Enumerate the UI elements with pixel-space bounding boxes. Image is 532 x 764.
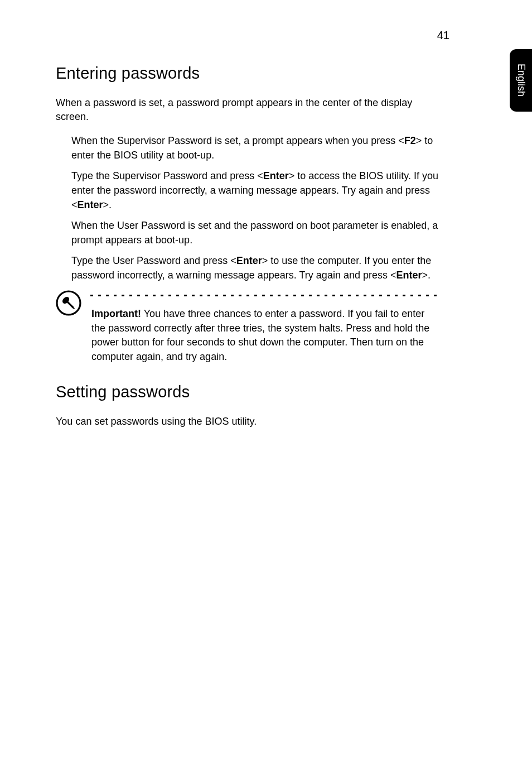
bullet-text: Type the User Password and press <: [71, 255, 236, 266]
note-body: You have three chances to enter a passwo…: [91, 308, 429, 362]
dotted-divider: [90, 292, 441, 298]
bullet-item: Type the Supervisor Password and press <…: [71, 169, 441, 212]
bullet-text: When the User Password is set and the pa…: [71, 220, 438, 246]
section-heading-entering: Entering passwords: [56, 64, 441, 83]
key-label: Enter: [236, 255, 262, 266]
bullet-item: When the User Password is set and the pa…: [71, 219, 441, 247]
bullet-list: When the Supervisor Password is set, a p…: [56, 134, 441, 282]
language-tab: English: [510, 49, 532, 112]
page-number: 41: [437, 29, 449, 42]
bullet-item: When the Supervisor Password is set, a p…: [71, 134, 441, 162]
key-label: Enter: [263, 170, 289, 181]
bullet-text: Type the Supervisor Password and press <: [71, 170, 263, 181]
key-label: F2: [404, 135, 416, 146]
section-heading-setting: Setting passwords: [56, 383, 441, 401]
note-text: Important! You have three chances to ent…: [90, 307, 441, 364]
note-content: Important! You have three chances to ent…: [90, 289, 441, 364]
bullet-item: Type the User Password and press <Enter>…: [71, 254, 441, 282]
section-setting: Setting passwords You can set passwords …: [56, 383, 441, 429]
pin-icon: [56, 290, 81, 316]
page-content: Entering passwords When a password is se…: [56, 64, 441, 439]
svg-rect-2: [66, 301, 74, 309]
section2-intro: You can set passwords using the BIOS uti…: [56, 415, 441, 429]
key-label: Enter: [78, 199, 103, 210]
bullet-text: When the Supervisor Password is set, a p…: [71, 135, 404, 146]
key-label: Enter: [396, 270, 422, 281]
language-tab-label: English: [515, 64, 527, 97]
section1-intro: When a password is set, a password promp…: [56, 96, 441, 124]
bullet-text: >.: [103, 199, 112, 210]
bullet-text: >.: [422, 270, 431, 281]
important-note: Important! You have three chances to ent…: [56, 289, 441, 364]
note-label: Important!: [91, 308, 141, 319]
